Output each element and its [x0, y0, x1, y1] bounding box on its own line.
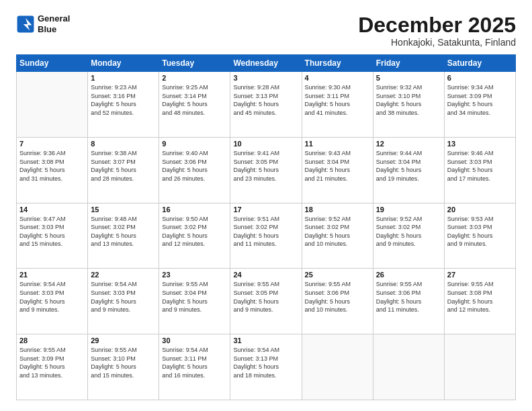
calendar-cell: 19Sunrise: 9:52 AM Sunset: 3:02 PM Dayli… — [373, 203, 444, 269]
header-day-tuesday: Tuesday — [159, 55, 230, 72]
calendar-cell: 1Sunrise: 9:23 AM Sunset: 3:16 PM Daylig… — [88, 72, 159, 138]
day-info: Sunrise: 9:36 AM Sunset: 3:08 PM Dayligh… — [19, 149, 85, 183]
day-number: 10 — [233, 140, 298, 148]
calendar-cell: 24Sunrise: 9:55 AM Sunset: 3:05 PM Dayli… — [230, 269, 302, 334]
day-info: Sunrise: 9:30 AM Sunset: 3:11 PM Dayligh… — [305, 83, 370, 117]
calendar-cell: 18Sunrise: 9:52 AM Sunset: 3:02 PM Dayli… — [302, 203, 373, 269]
header-day-friday: Friday — [373, 55, 444, 72]
day-info: Sunrise: 9:51 AM Sunset: 3:02 PM Dayligh… — [233, 215, 298, 248]
calendar-cell: 23Sunrise: 9:55 AM Sunset: 3:04 PM Dayli… — [159, 269, 230, 334]
calendar-cell: 5Sunrise: 9:32 AM Sunset: 3:10 PM Daylig… — [373, 72, 444, 138]
day-info: Sunrise: 9:23 AM Sunset: 3:16 PM Dayligh… — [91, 83, 156, 117]
day-number: 13 — [447, 140, 513, 148]
day-info: Sunrise: 9:54 AM Sunset: 3:13 PM Dayligh… — [233, 346, 298, 379]
calendar-cell: 12Sunrise: 9:44 AM Sunset: 3:04 PM Dayli… — [373, 137, 444, 203]
calendar-cell: 6Sunrise: 9:34 AM Sunset: 3:09 PM Daylig… — [444, 72, 515, 138]
day-number: 22 — [91, 271, 156, 279]
calendar-cell: 2Sunrise: 9:25 AM Sunset: 3:14 PM Daylig… — [159, 72, 230, 138]
calendar-page: General Blue December 2025 Honkajoki, Sa… — [0, 0, 532, 411]
calendar-cell: 9Sunrise: 9:40 AM Sunset: 3:06 PM Daylig… — [159, 137, 230, 203]
calendar-cell — [302, 334, 373, 400]
day-info: Sunrise: 9:55 AM Sunset: 3:09 PM Dayligh… — [19, 346, 85, 379]
day-number: 9 — [162, 140, 227, 148]
calendar-cell: 25Sunrise: 9:55 AM Sunset: 3:06 PM Dayli… — [302, 269, 373, 334]
calendar-cell: 4Sunrise: 9:30 AM Sunset: 3:11 PM Daylig… — [302, 72, 373, 138]
day-number: 1 — [91, 74, 156, 82]
calendar-cell — [444, 334, 515, 400]
day-number: 21 — [19, 271, 85, 279]
calendar-cell: 10Sunrise: 9:41 AM Sunset: 3:05 PM Dayli… — [230, 137, 302, 203]
calendar-cell: 29Sunrise: 9:55 AM Sunset: 3:10 PM Dayli… — [88, 334, 159, 400]
day-info: Sunrise: 9:40 AM Sunset: 3:06 PM Dayligh… — [162, 149, 227, 183]
calendar-cell: 30Sunrise: 9:54 AM Sunset: 3:11 PM Dayli… — [159, 334, 230, 400]
title-block: December 2025 Honkajoki, Satakunta, Finl… — [358, 13, 516, 48]
day-number: 6 — [447, 74, 513, 82]
calendar-cell: 14Sunrise: 9:47 AM Sunset: 3:03 PM Dayli… — [17, 203, 88, 269]
day-number: 18 — [305, 205, 370, 214]
header-row: SundayMondayTuesdayWednesdayThursdayFrid… — [17, 55, 516, 72]
calendar-cell: 20Sunrise: 9:53 AM Sunset: 3:03 PM Dayli… — [444, 203, 515, 269]
day-number: 8 — [91, 140, 156, 148]
day-info: Sunrise: 9:52 AM Sunset: 3:02 PM Dayligh… — [305, 215, 370, 248]
week-row-2: 7Sunrise: 9:36 AM Sunset: 3:08 PM Daylig… — [17, 137, 516, 203]
day-info: Sunrise: 9:55 AM Sunset: 3:05 PM Dayligh… — [233, 280, 298, 314]
day-info: Sunrise: 9:32 AM Sunset: 3:10 PM Dayligh… — [376, 83, 441, 117]
day-number: 25 — [305, 271, 370, 279]
day-number: 7 — [19, 140, 85, 148]
day-info: Sunrise: 9:55 AM Sunset: 3:10 PM Dayligh… — [91, 346, 156, 379]
day-info: Sunrise: 9:55 AM Sunset: 3:06 PM Dayligh… — [305, 280, 370, 314]
day-info: Sunrise: 9:38 AM Sunset: 3:07 PM Dayligh… — [91, 149, 156, 183]
day-number: 29 — [91, 336, 156, 345]
calendar-cell: 8Sunrise: 9:38 AM Sunset: 3:07 PM Daylig… — [88, 137, 159, 203]
week-row-5: 28Sunrise: 9:55 AM Sunset: 3:09 PM Dayli… — [17, 334, 516, 400]
day-number: 26 — [376, 271, 441, 279]
day-info: Sunrise: 9:48 AM Sunset: 3:02 PM Dayligh… — [91, 215, 156, 248]
day-info: Sunrise: 9:41 AM Sunset: 3:05 PM Dayligh… — [233, 149, 298, 183]
calendar-subtitle: Honkajoki, Satakunta, Finland — [358, 37, 516, 48]
day-number: 2 — [162, 74, 227, 82]
logo-text-general: General — [38, 13, 70, 24]
day-number: 5 — [376, 74, 441, 82]
calendar-cell: 15Sunrise: 9:48 AM Sunset: 3:02 PM Dayli… — [88, 203, 159, 269]
calendar-cell: 31Sunrise: 9:54 AM Sunset: 3:13 PM Dayli… — [230, 334, 302, 400]
header-day-monday: Monday — [88, 55, 159, 72]
calendar-cell — [373, 334, 444, 400]
calendar-cell — [17, 72, 88, 138]
logo-icon — [16, 15, 35, 34]
day-info: Sunrise: 9:55 AM Sunset: 3:06 PM Dayligh… — [376, 280, 441, 314]
header-day-wednesday: Wednesday — [230, 55, 302, 72]
calendar-cell: 27Sunrise: 9:55 AM Sunset: 3:08 PM Dayli… — [444, 269, 515, 334]
logo-text-blue: Blue — [38, 24, 70, 35]
header-day-saturday: Saturday — [444, 55, 515, 72]
calendar-table: SundayMondayTuesdayWednesdayThursdayFrid… — [16, 54, 516, 400]
day-number: 30 — [162, 336, 227, 345]
calendar-cell: 28Sunrise: 9:55 AM Sunset: 3:09 PM Dayli… — [17, 334, 88, 400]
week-row-1: 1Sunrise: 9:23 AM Sunset: 3:16 PM Daylig… — [17, 72, 516, 138]
day-number: 11 — [305, 140, 370, 148]
calendar-cell: 3Sunrise: 9:28 AM Sunset: 3:13 PM Daylig… — [230, 72, 302, 138]
calendar-cell: 11Sunrise: 9:43 AM Sunset: 3:04 PM Dayli… — [302, 137, 373, 203]
calendar-title: December 2025 — [358, 13, 516, 37]
day-number: 12 — [376, 140, 441, 148]
calendar-cell: 17Sunrise: 9:51 AM Sunset: 3:02 PM Dayli… — [230, 203, 302, 269]
day-number: 3 — [233, 74, 298, 82]
week-row-4: 21Sunrise: 9:54 AM Sunset: 3:03 PM Dayli… — [17, 269, 516, 334]
day-number: 20 — [447, 205, 513, 214]
day-info: Sunrise: 9:34 AM Sunset: 3:09 PM Dayligh… — [447, 83, 513, 117]
logo: General Blue — [16, 13, 70, 34]
day-info: Sunrise: 9:53 AM Sunset: 3:03 PM Dayligh… — [447, 215, 513, 248]
day-info: Sunrise: 9:54 AM Sunset: 3:03 PM Dayligh… — [19, 280, 85, 314]
day-number: 28 — [19, 336, 85, 345]
calendar-cell: 13Sunrise: 9:46 AM Sunset: 3:03 PM Dayli… — [444, 137, 515, 203]
day-info: Sunrise: 9:54 AM Sunset: 3:11 PM Dayligh… — [162, 346, 227, 379]
day-number: 27 — [447, 271, 513, 279]
day-info: Sunrise: 9:52 AM Sunset: 3:02 PM Dayligh… — [376, 215, 441, 248]
day-info: Sunrise: 9:50 AM Sunset: 3:02 PM Dayligh… — [162, 215, 227, 248]
day-number: 14 — [19, 205, 85, 214]
day-info: Sunrise: 9:54 AM Sunset: 3:03 PM Dayligh… — [91, 280, 156, 314]
day-info: Sunrise: 9:47 AM Sunset: 3:03 PM Dayligh… — [19, 215, 85, 248]
day-number: 17 — [233, 205, 298, 214]
day-number: 24 — [233, 271, 298, 279]
day-info: Sunrise: 9:28 AM Sunset: 3:13 PM Dayligh… — [233, 83, 298, 117]
day-number: 4 — [305, 74, 370, 82]
